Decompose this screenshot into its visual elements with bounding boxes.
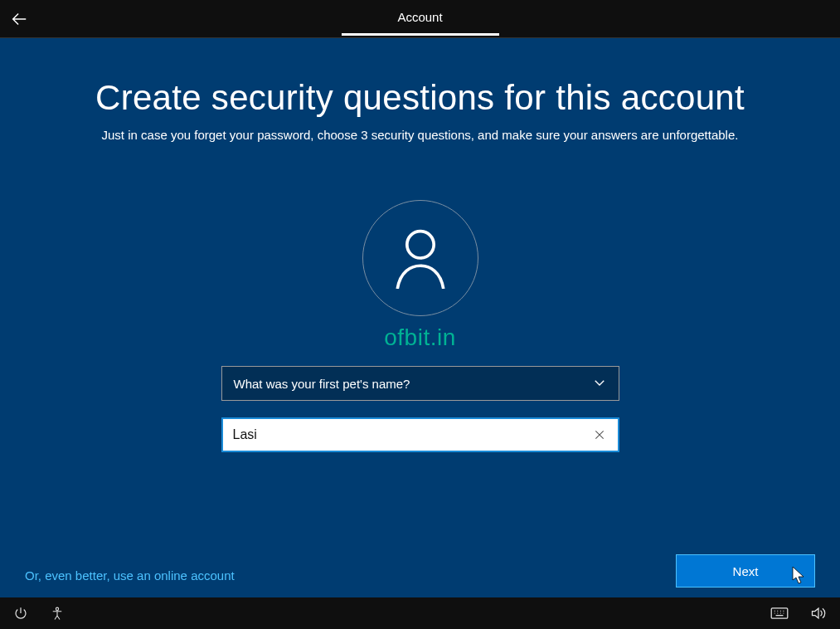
svg-point-0 [406,232,433,258]
close-icon [593,428,606,441]
security-answer-input[interactable] [233,427,590,442]
svg-point-1 [56,607,58,610]
svg-rect-2 [771,608,788,618]
security-question-select[interactable]: What was your first pet's name? [221,366,619,401]
next-button[interactable]: Next [676,554,815,588]
clear-input-button[interactable] [590,428,609,441]
back-button[interactable] [0,0,37,37]
watermark-text: ofbit.in [0,324,840,351]
power-icon[interactable] [13,606,28,621]
page-subtitle: Just in case you forget your password, c… [0,128,840,142]
person-icon [391,227,449,289]
next-button-label: Next [733,564,759,578]
tab-account[interactable]: Account [397,0,442,32]
online-account-link[interactable]: Or, even better, use an online account [25,568,235,583]
avatar [362,200,478,316]
tab-underline [342,33,499,36]
back-arrow-icon [10,10,28,28]
page-title: Create security questions for this accou… [0,78,840,118]
keyboard-icon[interactable] [770,607,789,620]
security-question-selected: What was your first pet's name? [234,377,410,391]
volume-icon[interactable] [810,606,827,621]
ease-of-access-icon[interactable] [50,606,65,621]
chevron-down-icon [592,375,607,393]
